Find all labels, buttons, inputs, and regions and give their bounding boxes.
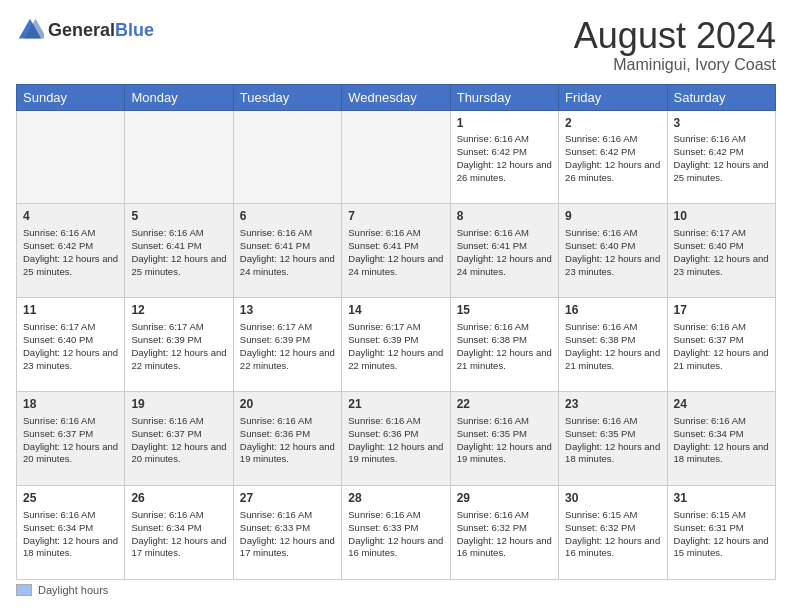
calendar-cell: 20Sunrise: 6:16 AMSunset: 6:36 PMDayligh… [233, 392, 341, 486]
header-tuesday: Tuesday [233, 84, 341, 110]
day-info: Sunrise: 6:16 AMSunset: 6:37 PMDaylight:… [131, 415, 226, 466]
day-info: Sunrise: 6:16 AMSunset: 6:34 PMDaylight:… [131, 509, 226, 560]
calendar-cell: 23Sunrise: 6:16 AMSunset: 6:35 PMDayligh… [559, 392, 667, 486]
day-info: Sunrise: 6:16 AMSunset: 6:42 PMDaylight:… [457, 133, 552, 184]
day-info: Sunrise: 6:16 AMSunset: 6:40 PMDaylight:… [565, 227, 660, 278]
day-info: Sunrise: 6:16 AMSunset: 6:42 PMDaylight:… [565, 133, 660, 184]
day-number: 11 [23, 302, 118, 319]
calendar-cell [342, 110, 450, 204]
day-number: 22 [457, 396, 552, 413]
day-number: 29 [457, 490, 552, 507]
day-number: 26 [131, 490, 226, 507]
calendar-cell: 28Sunrise: 6:16 AMSunset: 6:33 PMDayligh… [342, 486, 450, 580]
calendar-cell: 10Sunrise: 6:17 AMSunset: 6:40 PMDayligh… [667, 204, 775, 298]
page-header: GeneralBlue August 2024 Maminigui, Ivory… [16, 16, 776, 74]
calendar-cell: 9Sunrise: 6:16 AMSunset: 6:40 PMDaylight… [559, 204, 667, 298]
calendar-cell [125, 110, 233, 204]
day-info: Sunrise: 6:16 AMSunset: 6:36 PMDaylight:… [240, 415, 335, 466]
legend-label: Daylight hours [38, 584, 108, 596]
day-number: 7 [348, 208, 443, 225]
legend: Daylight hours [16, 584, 776, 596]
day-number: 16 [565, 302, 660, 319]
calendar-cell: 17Sunrise: 6:16 AMSunset: 6:37 PMDayligh… [667, 298, 775, 392]
week-row-4: 18Sunrise: 6:16 AMSunset: 6:37 PMDayligh… [17, 392, 776, 486]
main-title: August 2024 [574, 16, 776, 56]
calendar-cell: 21Sunrise: 6:16 AMSunset: 6:36 PMDayligh… [342, 392, 450, 486]
calendar-cell: 6Sunrise: 6:16 AMSunset: 6:41 PMDaylight… [233, 204, 341, 298]
logo-icon [16, 16, 44, 44]
day-info: Sunrise: 6:16 AMSunset: 6:33 PMDaylight:… [348, 509, 443, 560]
day-info: Sunrise: 6:16 AMSunset: 6:41 PMDaylight:… [348, 227, 443, 278]
day-number: 27 [240, 490, 335, 507]
day-number: 3 [674, 115, 769, 132]
day-number: 13 [240, 302, 335, 319]
calendar-cell: 2Sunrise: 6:16 AMSunset: 6:42 PMDaylight… [559, 110, 667, 204]
calendar-page: GeneralBlue August 2024 Maminigui, Ivory… [0, 0, 792, 612]
day-number: 30 [565, 490, 660, 507]
day-number: 25 [23, 490, 118, 507]
day-number: 4 [23, 208, 118, 225]
day-info: Sunrise: 6:16 AMSunset: 6:36 PMDaylight:… [348, 415, 443, 466]
logo-text: GeneralBlue [48, 20, 154, 41]
day-number: 14 [348, 302, 443, 319]
calendar-cell: 11Sunrise: 6:17 AMSunset: 6:40 PMDayligh… [17, 298, 125, 392]
calendar-cell: 7Sunrise: 6:16 AMSunset: 6:41 PMDaylight… [342, 204, 450, 298]
day-info: Sunrise: 6:16 AMSunset: 6:41 PMDaylight:… [240, 227, 335, 278]
calendar-table: Sunday Monday Tuesday Wednesday Thursday… [16, 84, 776, 580]
calendar-cell: 19Sunrise: 6:16 AMSunset: 6:37 PMDayligh… [125, 392, 233, 486]
header-monday: Monday [125, 84, 233, 110]
logo-blue: Blue [115, 20, 154, 40]
calendar-cell: 1Sunrise: 6:16 AMSunset: 6:42 PMDaylight… [450, 110, 558, 204]
calendar-cell: 30Sunrise: 6:15 AMSunset: 6:32 PMDayligh… [559, 486, 667, 580]
week-row-1: 1Sunrise: 6:16 AMSunset: 6:42 PMDaylight… [17, 110, 776, 204]
day-info: Sunrise: 6:17 AMSunset: 6:40 PMDaylight:… [23, 321, 118, 372]
calendar-cell [17, 110, 125, 204]
header-thursday: Thursday [450, 84, 558, 110]
subtitle: Maminigui, Ivory Coast [574, 56, 776, 74]
day-number: 2 [565, 115, 660, 132]
day-info: Sunrise: 6:16 AMSunset: 6:34 PMDaylight:… [23, 509, 118, 560]
calendar-cell: 25Sunrise: 6:16 AMSunset: 6:34 PMDayligh… [17, 486, 125, 580]
calendar-cell: 24Sunrise: 6:16 AMSunset: 6:34 PMDayligh… [667, 392, 775, 486]
calendar-cell: 27Sunrise: 6:16 AMSunset: 6:33 PMDayligh… [233, 486, 341, 580]
legend-color [16, 584, 32, 596]
day-info: Sunrise: 6:16 AMSunset: 6:37 PMDaylight:… [23, 415, 118, 466]
header-sunday: Sunday [17, 84, 125, 110]
day-info: Sunrise: 6:17 AMSunset: 6:39 PMDaylight:… [348, 321, 443, 372]
day-number: 17 [674, 302, 769, 319]
day-number: 6 [240, 208, 335, 225]
day-number: 8 [457, 208, 552, 225]
day-number: 5 [131, 208, 226, 225]
day-info: Sunrise: 6:16 AMSunset: 6:42 PMDaylight:… [23, 227, 118, 278]
calendar-cell: 29Sunrise: 6:16 AMSunset: 6:32 PMDayligh… [450, 486, 558, 580]
calendar-cell: 16Sunrise: 6:16 AMSunset: 6:38 PMDayligh… [559, 298, 667, 392]
day-info: Sunrise: 6:16 AMSunset: 6:37 PMDaylight:… [674, 321, 769, 372]
calendar-cell: 18Sunrise: 6:16 AMSunset: 6:37 PMDayligh… [17, 392, 125, 486]
calendar-cell: 26Sunrise: 6:16 AMSunset: 6:34 PMDayligh… [125, 486, 233, 580]
day-info: Sunrise: 6:16 AMSunset: 6:38 PMDaylight:… [457, 321, 552, 372]
header-wednesday: Wednesday [342, 84, 450, 110]
day-headers-row: Sunday Monday Tuesday Wednesday Thursday… [17, 84, 776, 110]
calendar-cell: 22Sunrise: 6:16 AMSunset: 6:35 PMDayligh… [450, 392, 558, 486]
day-number: 28 [348, 490, 443, 507]
calendar-cell: 13Sunrise: 6:17 AMSunset: 6:39 PMDayligh… [233, 298, 341, 392]
calendar-cell: 14Sunrise: 6:17 AMSunset: 6:39 PMDayligh… [342, 298, 450, 392]
day-number: 31 [674, 490, 769, 507]
calendar-cell [233, 110, 341, 204]
calendar-cell: 5Sunrise: 6:16 AMSunset: 6:41 PMDaylight… [125, 204, 233, 298]
day-info: Sunrise: 6:17 AMSunset: 6:39 PMDaylight:… [240, 321, 335, 372]
day-number: 9 [565, 208, 660, 225]
title-section: August 2024 Maminigui, Ivory Coast [574, 16, 776, 74]
week-row-5: 25Sunrise: 6:16 AMSunset: 6:34 PMDayligh… [17, 486, 776, 580]
calendar-cell: 12Sunrise: 6:17 AMSunset: 6:39 PMDayligh… [125, 298, 233, 392]
day-info: Sunrise: 6:15 AMSunset: 6:31 PMDaylight:… [674, 509, 769, 560]
day-info: Sunrise: 6:17 AMSunset: 6:39 PMDaylight:… [131, 321, 226, 372]
day-info: Sunrise: 6:16 AMSunset: 6:41 PMDaylight:… [131, 227, 226, 278]
day-number: 23 [565, 396, 660, 413]
logo-general: General [48, 20, 115, 40]
day-info: Sunrise: 6:16 AMSunset: 6:38 PMDaylight:… [565, 321, 660, 372]
day-info: Sunrise: 6:16 AMSunset: 6:33 PMDaylight:… [240, 509, 335, 560]
logo: GeneralBlue [16, 16, 154, 44]
day-info: Sunrise: 6:17 AMSunset: 6:40 PMDaylight:… [674, 227, 769, 278]
day-info: Sunrise: 6:16 AMSunset: 6:42 PMDaylight:… [674, 133, 769, 184]
